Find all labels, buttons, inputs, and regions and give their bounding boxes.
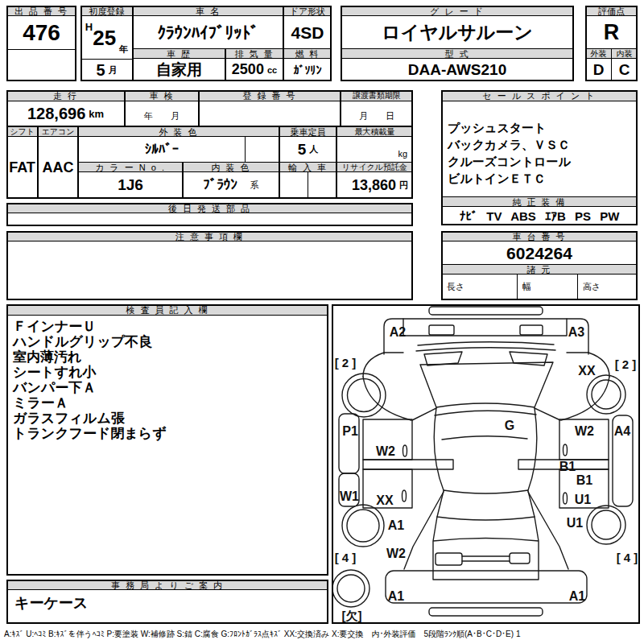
model-code-value: DAA-AWS210 [341,58,574,81]
exterior-value: D [585,58,612,81]
interior-value: C [611,58,638,81]
door-shape-value: 4SD [283,15,332,50]
damage-diagram: A2A3[ 2 ][ 2 ]XXP1W2GW2A4B1B1W1XXU1A1U1W… [332,304,640,624]
inspector-line: 室内薄汚れ [13,349,81,365]
car-name-value: ｸﾗｳﾝﾊｲﾌﾞﾘｯﾄﾞ [133,15,283,50]
damage-markers: A2A3[ 2 ][ 2 ]XXP1W2GW2A4B1B1W1XXU1A1U1W… [335,325,638,622]
diagram-marker: A1 [569,589,586,603]
reg-month: 5 [96,61,105,80]
diagram-marker: A4 [614,424,631,438]
sales-point-line: ビルトインＥＴＣ [448,170,571,187]
diagram-marker: XX [578,364,596,378]
later-parts-value [6,213,413,226]
first-registration-month: 5 月 [80,59,133,81]
era-year: 25 [93,26,116,51]
diagram-marker: P1 [342,424,358,438]
office-notice-value: キーケース [6,589,328,624]
diagram-marker: A1 [388,589,405,603]
diagram-marker: B1 [559,460,576,473]
capacity-value: 5 人 [279,136,336,163]
diagram-marker: A2 [390,325,407,339]
auction-number-value: 476 [6,15,76,51]
exterior-color-value: ｼﾙﾊﾞｰ [78,136,246,163]
history-value: 自家用 [133,58,225,81]
notes-value [6,241,413,300]
shaken-header: 車 検 [125,90,199,101]
diagram-marker: W2 [386,547,406,560]
first-registration-year: H 25 年 [80,15,133,60]
diagram-marker: A1 [388,518,405,532]
inspector-notes-list: ＦインナーＵ ハンドルグリップ不良 室内薄汚れ シートすれ小 バンパー下Ａ ミラ… [6,315,328,576]
displacement-number: 2500 [232,61,264,78]
score-value: R [585,15,638,50]
diagram-marker: [ 2 ] [615,357,637,371]
spec-length-cell: 長さ [441,274,518,300]
sales-points-list: プッシュスタート バックカメラ、ＶＳＣ クルーズコントロール ビルトインＥＴＣ [441,101,638,197]
registration-number-header: 登 録 番 号 [199,90,341,101]
color-no-value: 1J6 [78,171,183,199]
capacity-number: 5 [298,141,307,159]
shift-value: FAT [6,136,38,199]
recycle-amount: 13,860 [352,177,396,194]
fuel-value: ｶﾞｿﾘﾝ [283,58,332,81]
car-body-outline [333,307,633,616]
mileage-number: 128,696 [27,105,85,123]
recycle-value: 13,860 円 [336,171,413,199]
sales-point-line: バックカメラ、ＶＳＣ [448,136,571,153]
diagram-marker: A3 [568,325,585,339]
diagram-marker: G [505,419,514,432]
displacement-unit: cc [267,65,277,75]
import-value-left [279,171,308,199]
diagram-marker: W1 [340,489,359,503]
interior-color-value: ﾌﾞﾗｳﾝ 系 [183,171,279,199]
month-suffix: 月 [109,64,118,76]
sales-point-line: クルーズコントロール [448,153,571,170]
spec-width-cell: 幅 [517,274,578,300]
exterior-color-sub-blank [245,136,279,163]
year-suffix: 年 [119,43,128,56]
diagram-marker: [ 4 ] [617,551,638,564]
mileage-unit: km [89,108,104,120]
inspector-line: ミラーＡ [13,395,68,411]
chassis-number-value: 6024264 [441,241,638,266]
mileage-value: 128,696 km [6,101,125,126]
diagram-marker: U1 [567,516,584,530]
sales-points-lines: プッシュスタート バックカメラ、ＶＳＣ クルーズコントロール ビルトインＥＴＣ [448,119,571,187]
diagram-marker: W2 [376,444,395,458]
inspector-line: トランクフード閉まらず [13,426,167,441]
diagram-marker: XX [376,493,394,507]
import-value-right [308,171,336,199]
diagram-marker: B1 [576,473,593,487]
sales-points-header: セ ー ル ス ポ イ ン ト [441,90,638,101]
capacity-unit: 人 [309,143,318,155]
grade-value: ロイヤルサルーン [341,15,574,50]
diagram-marker: U1 [575,493,592,506]
max-load-value: kg [336,136,413,163]
diagram-marker: [ 4 ] [335,551,357,564]
inspector-line: バンパー下Ａ [13,380,96,395]
inspector-line: ガラスフィルム張 [13,411,125,426]
recycle-unit: 円 [399,180,408,192]
auction-sheet: 出 品 番 号 476 初度登録 H 25 年 5 月 車 名 ｸﾗｳﾝﾊｲﾌﾞ… [0,0,644,644]
legend-text: A:ｷｽﾞ U:ﾍｺﾐ B:ｷｽﾞを伴うﾍｺﾐ P:要塗装 W:補修跡 S:錆 … [4,629,642,640]
inspector-line: ハンドルグリップ不良 [13,334,152,349]
diagram-marker: [欠] [342,609,362,622]
inspector-line: シートすれ小 [13,365,97,380]
auction-number-blank [6,49,76,81]
diagram-marker: W2 [575,424,594,438]
diagram-marker: [ 2 ] [335,356,357,369]
car-outline-svg: A2A3[ 2 ][ 2 ]XXP1W2GW2A4B1B1W1XXU1A1U1W… [333,306,638,622]
registration-number-value [199,101,341,126]
inspector-line: ＦインナーＵ [13,319,96,334]
aircon-value: AAC [38,136,78,199]
transfer-docs-value: 月 日 [341,101,413,126]
shaken-value: 年 月 [125,101,199,126]
era-letter: H [85,21,93,33]
spec-height-cell: 高さ [577,274,638,300]
displacement-value: 2500 cc [225,58,283,81]
mileage-header: 走 行 [6,90,125,101]
sales-point-line: プッシュスタート [448,119,571,136]
transfer-docs-header: 譲渡書類期限 [341,90,413,101]
interior-color-suffix: 系 [250,180,259,192]
oem-equipment-value: ﾅﾋﾞ TV ABS ｴｱB PS PW [441,206,638,225]
